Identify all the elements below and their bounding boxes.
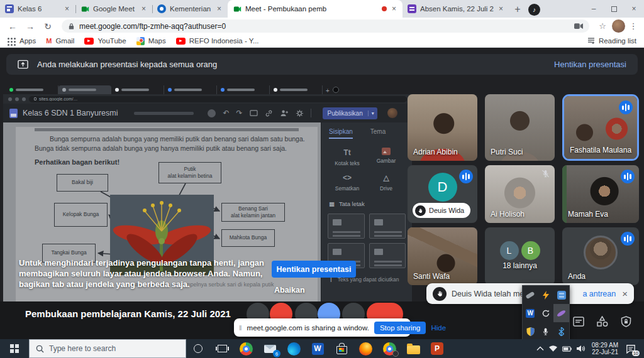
bookmark-maps[interactable]: Maps [136, 37, 166, 45]
participant-name: Ai Holisoh [491, 210, 525, 219]
profile-avatar[interactable] [612, 19, 625, 33]
tab-close-icon[interactable]: × [140, 4, 147, 13]
taskbar-mail[interactable]: 6 [258, 339, 282, 358]
layout-section-header: ▦Tata letak [321, 197, 412, 211]
forward-button[interactable]: → [23, 21, 38, 31]
stop-present-button[interactable]: Hentikan presentasi [272, 261, 356, 278]
participant-tile[interactable]: Adrian Abibin [408, 94, 477, 161]
taskbar-store[interactable] [330, 339, 353, 358]
participant-tile[interactable]: Putri Suci [485, 94, 555, 161]
bookmark-star-icon[interactable]: ☆ [596, 21, 609, 31]
bookmarks-bar: Apps MGmail YouTube Maps REFO Indonesia … [0, 35, 644, 48]
browser-menu-icon[interactable]: ⋮ [628, 21, 639, 31]
edge-icon [287, 342, 301, 355]
action-center-button[interactable]: 10 [623, 339, 639, 358]
present-screen-icon [18, 60, 28, 69]
overflow-count-label: 18 lainnya [485, 261, 555, 270]
bookmark-label: Maps [148, 37, 166, 45]
tray-item[interactable] [538, 304, 554, 322]
meeting-details-icon[interactable] [571, 314, 586, 329]
reload-button[interactable]: ↻ [40, 21, 55, 31]
tray-expand-chevron-icon[interactable] [536, 346, 544, 351]
tray-item[interactable] [553, 322, 569, 340]
taskbar-chrome[interactable] [234, 339, 258, 358]
volume-icon[interactable] [576, 345, 585, 352]
view-queue-link[interactable]: a antrean [582, 290, 616, 298]
overflow-participants-tile[interactable]: L B 18 lainnya [485, 227, 555, 285]
bookmark-refo[interactable]: REFO Indonesia - Y... [176, 37, 259, 45]
minimize-button[interactable]: – [584, 0, 604, 18]
participant-tile[interactable]: Santi Wafa [408, 227, 477, 285]
bluetooth-icon [558, 327, 564, 336]
restore-button[interactable] [604, 0, 624, 18]
link-icon [265, 109, 273, 117]
camera-permission-icon[interactable] [574, 23, 583, 30]
self-tile[interactable]: Anda [562, 227, 639, 285]
tray-item[interactable] [523, 286, 538, 304]
favicon [62, 88, 66, 92]
tray-item[interactable] [523, 322, 538, 340]
browser-tab-kemdikbud[interactable]: Kementerian Pendidikan dan × [152, 0, 228, 18]
diagram-box-mahkota: Mahkota Bunga [221, 229, 275, 247]
dismiss-button[interactable]: Abaikan [274, 286, 305, 295]
browser-tab-kelas6[interactable]: Kelas 6 × [0, 0, 75, 18]
participant-tile[interactable]: D Deuis Wida [408, 165, 477, 223]
sites-header: Kelas 6 SDN 1 Banyuresmi ↶ ↷ Publikasika… [3, 104, 412, 122]
participant-tile[interactable]: Mamah Eva [562, 165, 639, 223]
taskbar-powerpoint[interactable]: P [425, 339, 449, 358]
bookmark-gmail[interactable]: MGmail [46, 37, 74, 45]
address-bar[interactable]: meet.google.com/ftp-zmhe-aqq?authuser=0 [62, 19, 589, 33]
section-label: Tata letak [339, 200, 365, 207]
participant-tile-active-speaker[interactable]: Fashatila Maulana [562, 94, 639, 161]
tray-item-highlighted[interactable] [553, 304, 569, 322]
stop-presenting-link[interactable]: Hentikan presentasi [554, 60, 626, 69]
taskbar-file-explorer[interactable] [401, 339, 425, 358]
participant-tile[interactable]: Ai Holisoh [485, 165, 555, 223]
stop-sharing-button[interactable]: Stop sharing [374, 322, 426, 334]
drag-handle-icon[interactable]: ‖ [239, 324, 242, 332]
participant-name: Adrian Abibin [413, 148, 458, 156]
host-controls-icon[interactable] [618, 314, 633, 329]
taskbar-word[interactable]: W [306, 339, 330, 358]
taskbar-firefox[interactable] [353, 339, 377, 358]
close-button[interactable]: × [624, 0, 644, 18]
tab-close-icon[interactable]: × [497, 4, 504, 13]
lock-icon [34, 97, 36, 100]
taskbar-search[interactable]: Type here to search [29, 339, 186, 358]
taskbar-edge[interactable] [282, 339, 306, 358]
favicon [168, 88, 172, 92]
reading-list-button[interactable]: Reading list [587, 37, 636, 45]
bookmark-youtube[interactable]: YouTube [84, 37, 126, 45]
tray-item[interactable] [553, 286, 569, 304]
start-button[interactable] [0, 339, 29, 358]
diagram-box-putik: Putikalat kelamin betina [158, 162, 221, 183]
browser-tab-absen-forms[interactable]: Absen Kamis, 22 Juli 2021 - G × [402, 0, 509, 18]
cortana-button[interactable] [186, 339, 210, 358]
browser-tab-meet-active[interactable]: Meet - Pembukaan pemb × [228, 0, 402, 18]
tab-close-icon[interactable]: × [216, 4, 223, 13]
participant-name: Deuis Wida [429, 207, 464, 214]
taskbar-clock[interactable]: 08:29 AM 22-Jul-21 [592, 342, 618, 355]
task-view-button[interactable] [210, 339, 234, 358]
tray-item[interactable]: W [523, 304, 538, 322]
wifi-icon[interactable] [548, 345, 558, 352]
bookmark-apps[interactable]: Apps [8, 37, 36, 45]
new-tab-button[interactable]: + [509, 1, 526, 18]
media-controls-button[interactable]: ♪ [528, 4, 540, 16]
back-button[interactable]: ← [5, 21, 20, 31]
tab-close-icon[interactable]: × [391, 4, 397, 13]
tab-close-icon[interactable]: × [64, 4, 70, 13]
overlay-badge [392, 350, 399, 357]
activities-icon[interactable] [595, 314, 610, 329]
toast-close-icon[interactable]: × [621, 288, 628, 299]
notification-count-badge: 10 [632, 350, 640, 356]
tray-item[interactable] [538, 322, 554, 340]
tray-item[interactable] [538, 286, 554, 304]
taskbar-chrome-2[interactable] [377, 339, 401, 358]
bookmark-label: Apps [19, 37, 36, 45]
browser-tab-google-meet[interactable]: Google Meet × [75, 0, 152, 18]
battery-icon[interactable] [562, 346, 572, 352]
clock-time: 08:29 AM [592, 342, 618, 349]
hide-share-bar-link[interactable]: Hide [431, 324, 446, 332]
youtube-icon [176, 38, 186, 45]
